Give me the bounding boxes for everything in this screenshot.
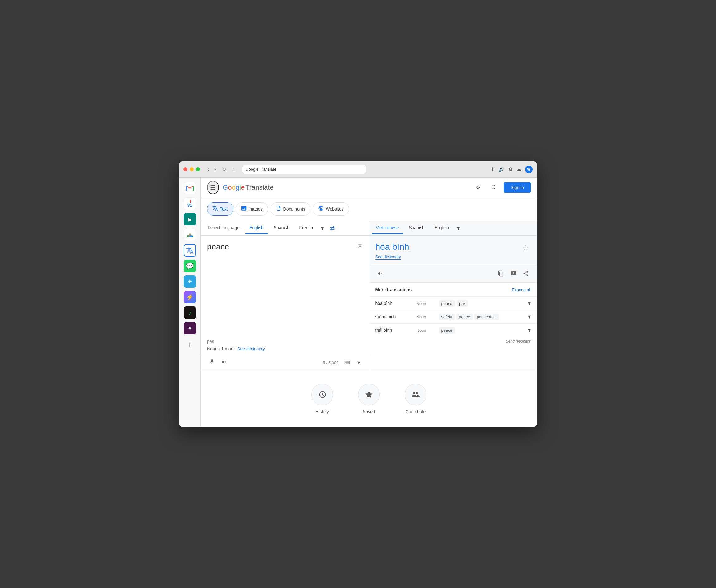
translation-tags-3: peace xyxy=(439,327,455,334)
mic-btn[interactable] xyxy=(207,357,217,369)
close-button[interactable] xyxy=(183,167,188,171)
share-btn[interactable] xyxy=(521,269,531,280)
tag-peace-1: peace xyxy=(439,300,455,307)
cloud-icon[interactable]: ☁ xyxy=(517,166,521,172)
target-vietnamese-btn[interactable]: Vietnamese xyxy=(372,222,404,234)
logo-letter-g: G xyxy=(222,184,228,191)
tab-documents[interactable]: Documents xyxy=(270,203,311,215)
header-icons: ⚙ ⠿ Sign in xyxy=(473,182,531,193)
source-toolbar: 5 / 5,000 ⌨ ▾ xyxy=(201,354,369,371)
lang-swap-btn[interactable]: ⇄ xyxy=(327,223,337,234)
contribute-circle[interactable] xyxy=(405,384,427,405)
home-button[interactable]: ⌂ xyxy=(230,165,237,173)
title-bar: ‹ › ↻ ⌂ Google Translate ⬆ 🔊 ⚙ ☁ W xyxy=(179,161,537,177)
dock-icon-telegram[interactable]: ✈ xyxy=(184,275,196,288)
expand-row-btn-2[interactable]: ▾ xyxy=(528,313,531,320)
dock-icon-slack[interactable]: ✦ xyxy=(184,322,196,335)
detect-language-btn[interactable]: Detect language xyxy=(203,222,244,234)
clear-input-btn[interactable]: ✕ xyxy=(357,242,363,250)
dock-icon-whatsapp[interactable]: 💬 xyxy=(184,260,196,272)
dock-icon-calendar[interactable]: ▐ 31 xyxy=(184,197,196,210)
source-input-area[interactable]: peace ✕ xyxy=(201,236,369,339)
saved-label: Saved xyxy=(363,409,375,414)
source-english-btn[interactable]: English xyxy=(245,222,268,234)
dock-icon-meet[interactable]: ▶ xyxy=(184,213,196,226)
left-dock: ▐ 31 ▶ xyxy=(179,177,201,427)
pronunciation: pēs xyxy=(201,339,369,344)
char-count: 5 / 5,000 xyxy=(323,360,339,365)
see-dictionary-target-link[interactable]: See dictionary xyxy=(375,254,401,260)
tag-safety: safety xyxy=(439,314,455,320)
source-french-btn[interactable]: French xyxy=(295,222,317,234)
send-feedback[interactable]: Send feedback xyxy=(369,337,537,346)
browser-toolbar-icons: ⬆ 🔊 ⚙ ☁ W xyxy=(491,166,533,173)
expand-all-btn[interactable]: Expand all xyxy=(512,288,531,292)
google-logo: Google xyxy=(222,184,245,191)
word-type: Noun +1 more xyxy=(207,346,235,351)
contribute-item[interactable]: Contribute xyxy=(405,384,427,414)
minimize-button[interactable] xyxy=(190,167,194,171)
dock-icon-translate[interactable] xyxy=(184,244,196,257)
copy-btn[interactable] xyxy=(496,269,506,280)
tab-text[interactable]: Text xyxy=(207,203,233,215)
target-toolbar-right xyxy=(496,269,531,280)
tab-images[interactable]: Images xyxy=(236,203,268,215)
keyboard-dropdown[interactable]: ▾ xyxy=(355,357,363,369)
sound-icon[interactable]: 🔊 xyxy=(498,166,505,172)
maximize-button[interactable] xyxy=(196,167,200,171)
tag-peace-2: peace xyxy=(456,314,472,320)
source-spanish-btn[interactable]: Spanish xyxy=(269,222,294,234)
app-body: ▐ 31 ▶ xyxy=(179,177,537,427)
history-label: History xyxy=(316,409,329,414)
settings-icon[interactable]: ⚙ xyxy=(508,166,513,172)
target-lang-dropdown[interactable]: ▾ xyxy=(455,223,462,234)
sign-in-button[interactable]: Sign in xyxy=(504,182,531,193)
tab-text-label: Text xyxy=(220,207,228,211)
source-text[interactable]: peace xyxy=(207,242,363,252)
source-lang-selector: Detect language English Spanish French ▾… xyxy=(201,221,369,236)
table-row: hòa bình Noun peace pax ▾ xyxy=(369,296,537,310)
dock-icon-gmail[interactable] xyxy=(184,182,196,194)
address-bar[interactable]: Google Translate xyxy=(242,165,366,174)
tab-websites[interactable]: Websites xyxy=(313,203,349,215)
target-spanish-btn[interactable]: Spanish xyxy=(405,222,429,234)
target-lang-selector: Vietnamese Spanish English ▾ xyxy=(369,221,537,236)
save-translation-btn[interactable]: ☆ xyxy=(521,242,531,254)
dock-icon-drive[interactable] xyxy=(184,229,196,241)
hamburger-menu[interactable]: ☰ xyxy=(207,181,219,194)
source-lang-dropdown[interactable]: ▾ xyxy=(319,223,326,234)
history-circle[interactable] xyxy=(311,384,333,405)
settings-header-icon[interactable]: ⚙ xyxy=(473,182,484,193)
expand-row-btn-1[interactable]: ▾ xyxy=(528,300,531,307)
table-row: sự an ninh Noun safety peace peaceoff… ▾ xyxy=(369,310,537,323)
apps-icon[interactable]: ⠿ xyxy=(488,182,499,193)
contribute-label: Contribute xyxy=(406,409,426,414)
back-button[interactable]: ‹ xyxy=(205,165,211,173)
keyboard-btn[interactable]: ⌨ xyxy=(341,359,352,366)
profile-icon[interactable]: W xyxy=(525,166,533,173)
translation-tags-1: peace pax xyxy=(439,300,468,307)
table-row: thái bình Noun peace ▾ xyxy=(369,323,537,337)
translation-type-2: Noun xyxy=(416,315,435,319)
dock-add-button[interactable]: + xyxy=(184,339,196,351)
saved-item[interactable]: Saved xyxy=(358,384,380,414)
dock-icon-messenger[interactable]: ⚡ xyxy=(184,291,196,303)
logo-letter-e: e xyxy=(241,184,245,191)
share-icon[interactable]: ⬆ xyxy=(491,166,495,172)
target-english-btn[interactable]: English xyxy=(430,222,453,234)
dock-icon-spotify[interactable]: ♪ xyxy=(184,307,196,319)
target-volume-btn[interactable] xyxy=(375,269,385,280)
feedback-btn[interactable] xyxy=(508,269,518,280)
forward-button[interactable]: › xyxy=(213,165,218,173)
target-toolbar xyxy=(369,266,537,283)
volume-btn[interactable] xyxy=(219,357,230,369)
refresh-button[interactable]: ↻ xyxy=(220,165,228,173)
see-dictionary-link[interactable]: See dictionary xyxy=(237,346,265,351)
expand-row-btn-3[interactable]: ▾ xyxy=(528,327,531,334)
logo-letter-o2: o xyxy=(232,184,235,191)
saved-circle[interactable] xyxy=(358,384,380,405)
source-panel: Detect language English Spanish French ▾… xyxy=(201,221,369,371)
documents-tab-icon xyxy=(276,206,281,212)
tab-websites-label: Websites xyxy=(326,207,343,211)
history-item[interactable]: History xyxy=(311,384,333,414)
